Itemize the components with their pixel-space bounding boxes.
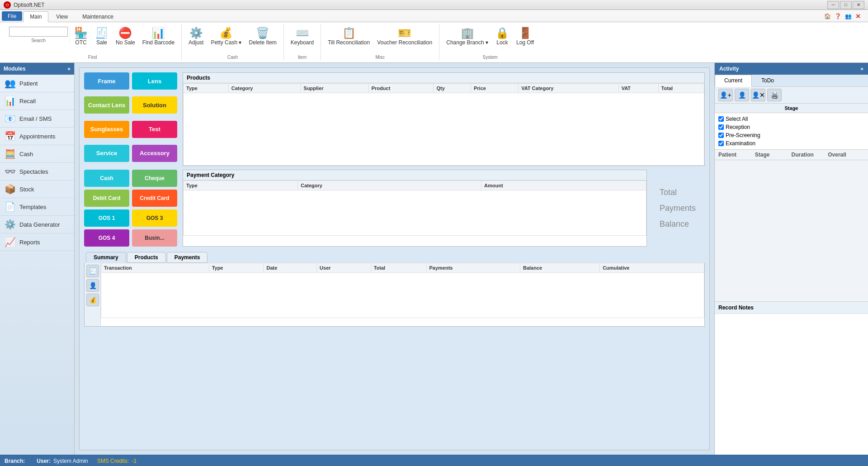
accessory-btn[interactable]: Accessory: [132, 145, 177, 162]
activity-data-area: [715, 160, 868, 301]
till-reconciliation-btn[interactable]: 📋 Till Reconciliation: [325, 26, 373, 48]
summary-table: Transaction Type Date User Total Payment…: [101, 263, 704, 318]
activity-edit-btn[interactable]: 👤: [735, 89, 749, 101]
activity-columns: Patient Stage Duration Overall: [715, 150, 868, 160]
gos3-btn[interactable]: GOS 3: [132, 209, 177, 227]
sidebar-item-stock[interactable]: 📦 Stock: [0, 181, 74, 198]
test-btn[interactable]: Test: [132, 121, 177, 138]
cash-pay-btn[interactable]: Cash: [84, 170, 129, 187]
sidebar-item-reports[interactable]: 📈 Reports: [0, 233, 74, 251]
otc-btn[interactable]: 🏪 OTC: [71, 26, 91, 48]
logoff-btn[interactable]: 🚪 Log Off: [513, 26, 537, 48]
adjust-btn[interactable]: ⚙️ Adjust: [185, 26, 207, 48]
products-table: Type Category Supplier Product Qty Price…: [183, 83, 704, 166]
summary-icon-1[interactable]: 🧾: [86, 265, 99, 277]
checkbox-reception[interactable]: [718, 124, 724, 130]
sidebar-item-spectacles[interactable]: 👓 Spectacles: [0, 163, 74, 181]
summary-icon-2[interactable]: 👤: [86, 279, 99, 292]
cheque-btn[interactable]: Cheque: [132, 170, 177, 187]
sidebar-collapse-icon[interactable]: «: [67, 66, 71, 72]
sms-label: SMS Credits:: [97, 458, 129, 464]
sum-col-cumulative: Cumulative: [600, 263, 704, 273]
check-select-all[interactable]: Select All: [717, 115, 866, 123]
sum-col-transaction: Transaction: [101, 263, 209, 273]
label-reception: Reception: [726, 124, 750, 130]
tab-products[interactable]: Products: [127, 252, 166, 263]
check-examination[interactable]: Examination: [717, 139, 866, 147]
check-reception[interactable]: Reception: [717, 123, 866, 131]
sale-btn[interactable]: 🧾 Sale: [92, 26, 112, 48]
restore-btn[interactable]: □: [840, 1, 852, 9]
credit-card-btn[interactable]: Credit Card: [132, 190, 177, 207]
minimize-btn[interactable]: ─: [827, 1, 839, 9]
sum-col-payments: Payments: [426, 263, 520, 273]
activity-remove-btn[interactable]: 👤✕: [751, 89, 765, 101]
total-label: Total: [660, 188, 696, 197]
appointments-icon: 📅: [5, 131, 16, 142]
gos4-btn[interactable]: GOS 4: [84, 229, 129, 247]
activity-print-btn[interactable]: 🖨️: [767, 89, 782, 101]
tab-file[interactable]: File: [2, 11, 22, 21]
check-pre-screening[interactable]: Pre-Screening: [717, 131, 866, 139]
payment-table: Type Category Amount: [183, 181, 646, 236]
petty-cash-btn[interactable]: 💰 Petty Cash ▾: [208, 26, 245, 48]
record-notes-area[interactable]: [715, 314, 868, 455]
service-btn[interactable]: Service: [84, 145, 129, 162]
tab-current[interactable]: Current: [715, 75, 752, 87]
activity-expand-icon[interactable]: »: [860, 66, 863, 72]
delete-item-btn[interactable]: 🗑️ Delete Item: [245, 26, 279, 48]
sidebar-item-cash[interactable]: 🧮 Cash: [0, 145, 74, 163]
solution-btn[interactable]: Solution: [132, 96, 177, 114]
spectacles-label: Spectacles: [19, 168, 48, 175]
title-bar: O Optisoft.NET ─ □ ✕: [0, 0, 868, 10]
item-group-label: Item: [288, 54, 317, 60]
col-type: Type: [184, 84, 229, 93]
user-label: User:: [37, 458, 51, 464]
tab-summary[interactable]: Summary: [86, 252, 126, 263]
find-barcode-btn[interactable]: 📊 Find Barcode: [139, 26, 178, 48]
checkbox-select-all[interactable]: [718, 116, 724, 122]
col-overall: Overall: [828, 152, 864, 158]
help-icon[interactable]: ❓: [835, 13, 841, 19]
adjust-icon: ⚙️: [189, 28, 203, 38]
find-group-items: Search 🏪 OTC 🧾 Sale ⛔ No Sale 📊 Find Bar…: [7, 25, 178, 54]
lock-btn[interactable]: 🔒 Lock: [492, 26, 512, 48]
frame-btn[interactable]: Frame: [84, 72, 129, 90]
patient-icon: 👥: [5, 78, 16, 89]
keyboard-btn[interactable]: ⌨️ Keyboard: [288, 26, 317, 48]
lens-btn[interactable]: Lens: [132, 72, 177, 90]
gos1-btn[interactable]: GOS 1: [84, 209, 129, 227]
patient-label: Patient: [19, 80, 38, 87]
business-btn[interactable]: Busin...: [132, 229, 177, 247]
sidebar-item-email-sms[interactable]: 📧 Email / SMS: [0, 110, 74, 128]
upper-row: Frame Lens Contact Lens Solution Sunglas…: [84, 72, 705, 166]
voucher-reconciliation-btn[interactable]: 🎫 Voucher Reconciliation: [374, 26, 435, 48]
home-icon[interactable]: 🏠: [824, 13, 831, 19]
tab-todo[interactable]: ToDo: [752, 75, 783, 86]
tab-main[interactable]: Main: [23, 11, 48, 22]
sidebar-item-appointments[interactable]: 📅 Appointments: [0, 128, 74, 145]
tab-view[interactable]: View: [49, 11, 75, 22]
tab-maintenance[interactable]: Maintenance: [75, 11, 120, 22]
branch-label: Branch:: [5, 458, 25, 464]
nosale-btn[interactable]: ⛔ No Sale: [113, 26, 138, 48]
checkbox-pre-screening[interactable]: [718, 133, 724, 138]
pay-col-amount: Amount: [481, 181, 646, 190]
close-btn[interactable]: ✕: [853, 1, 864, 9]
close-app-btn[interactable]: ✕: [855, 13, 861, 20]
sidebar-item-data-generator[interactable]: ⚙️ Data Generator: [0, 216, 74, 233]
search-input[interactable]: [9, 27, 68, 37]
activity-add-btn[interactable]: 👤+: [718, 89, 733, 101]
summary-icon-3[interactable]: 💰: [86, 294, 99, 306]
sidebar-item-patient[interactable]: 👥 Patient: [0, 75, 74, 92]
sidebar-item-templates[interactable]: 📄 Templates: [0, 198, 74, 216]
tab-payments[interactable]: Payments: [167, 252, 208, 263]
users-icon[interactable]: 👥: [845, 13, 852, 19]
contact-lens-btn[interactable]: Contact Lens: [84, 96, 129, 114]
item-group-items: ⌨️ Keyboard: [288, 25, 317, 54]
debit-card-btn[interactable]: Debit Card: [84, 190, 129, 207]
sunglasses-btn[interactable]: Sunglasses: [84, 121, 129, 138]
change-branch-btn[interactable]: 🏢 Change Branch ▾: [443, 26, 491, 48]
sidebar-item-recall[interactable]: 📊 Recall: [0, 92, 74, 110]
checkbox-examination[interactable]: [718, 141, 724, 146]
